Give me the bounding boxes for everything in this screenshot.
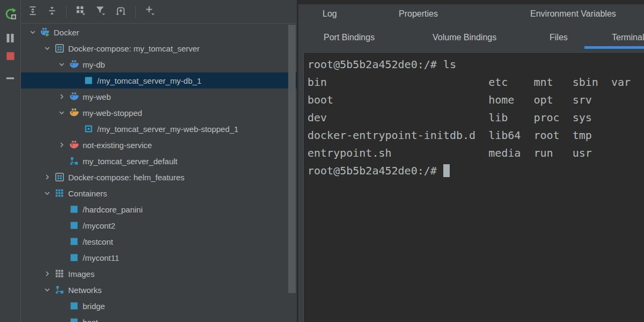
tree-item-label: not-existing-service	[83, 141, 152, 150]
grid-teal-icon	[55, 188, 64, 198]
tree-item-label: /hardcore_panini	[83, 205, 143, 214]
tree-item-label: /my_tomcat_server_my-web-stopped_1	[97, 125, 238, 134]
container-running-icon	[69, 221, 79, 230]
tree-item-label: host	[83, 318, 98, 322]
group-by-icon[interactable]	[75, 5, 86, 18]
tree-item-label: /mycont2	[83, 221, 115, 230]
container-running-icon	[84, 76, 93, 85]
tree-item[interactable]: Docker-compose: my_tomcat_server	[21, 40, 297, 56]
tree-item[interactable]: my-web-stopped	[21, 105, 297, 121]
tab-terminal[interactable]: Terminal	[612, 33, 644, 42]
chevron-down-icon[interactable]	[57, 108, 66, 117]
dashboard-top-edge	[298, 0, 644, 4]
docker-tool-window: DockerDocker-compose: my_tomcat_servermy…	[0, 0, 644, 322]
whale-blue-icon	[69, 92, 79, 101]
tree-item[interactable]: /hardcore_panini	[21, 201, 297, 217]
services-tree: DockerDocker-compose: my_tomcat_servermy…	[21, 24, 297, 322]
tree-item[interactable]: /my_tomcat_server_my-db_1	[21, 72, 297, 89]
tab-port-bindings[interactable]: Port Bindings	[324, 33, 375, 42]
tree-item[interactable]: Networks	[21, 282, 297, 298]
tree-item-label: Docker-compose: helm_features	[68, 173, 185, 182]
container-running-icon	[69, 253, 79, 262]
grid-gray-icon	[55, 269, 64, 279]
chevron-down-icon[interactable]	[43, 189, 52, 197]
terminal-pane[interactable]: root@5b5b2a452de0:/# ls bin etc mnt sbin…	[303, 52, 644, 322]
tab-files[interactable]: Files	[550, 33, 568, 42]
tree-item[interactable]: Docker	[21, 24, 297, 40]
tab-properties[interactable]: Properties	[399, 9, 438, 19]
chevron-right-icon[interactable]	[57, 92, 66, 101]
add-icon[interactable]	[144, 5, 156, 18]
tree-item[interactable]: Docker-compose: helm_features	[21, 169, 297, 185]
network-icon	[69, 156, 79, 166]
chevron-spacer	[57, 205, 66, 214]
tree-item-label: Docker	[54, 28, 79, 37]
tab-environment-variables[interactable]: Environment Variables	[530, 9, 616, 19]
stop-icon[interactable]	[0, 50, 20, 62]
tree-item-label: Networks	[68, 286, 102, 295]
tree-item[interactable]: /my_tomcat_server_my-web-stopped_1	[21, 121, 297, 137]
terminal-output: root@5b5b2a452de0:/# ls bin etc mnt sbin…	[308, 58, 631, 177]
tab-log[interactable]: Log	[323, 9, 337, 19]
new-scope-icon[interactable]	[115, 5, 127, 18]
tree-item-label: bridge	[83, 302, 105, 311]
docker-connected-icon	[40, 27, 50, 37]
toolbar-separator	[135, 6, 136, 18]
whale-amber-icon	[69, 108, 79, 118]
tab-volume-bindings[interactable]: Volume Bindings	[433, 33, 496, 42]
tree-item[interactable]: my_tomcat_server_default	[21, 153, 297, 169]
container-running-icon	[69, 237, 79, 246]
container-dashboard: Log Properties Environment Variables Por…	[298, 0, 644, 322]
chevron-spacer	[57, 318, 66, 322]
tree-item[interactable]: host	[21, 314, 297, 322]
tree-item[interactable]: my-web	[21, 89, 297, 105]
chevron-right-icon[interactable]	[43, 173, 52, 181]
chevron-right-icon[interactable]	[57, 141, 66, 149]
tree-item[interactable]: bridge	[21, 298, 297, 314]
tree-item-label: Docker-compose: my_tomcat_server	[68, 44, 200, 53]
chevron-spacer	[72, 125, 80, 133]
active-tab-underline	[584, 46, 644, 49]
expand-all-icon[interactable]	[27, 5, 38, 18]
chevron-down-icon[interactable]	[57, 60, 66, 69]
container-stopped-icon	[84, 124, 93, 134]
chevron-spacer	[57, 221, 66, 230]
tree-item-label: my_tomcat_server_default	[83, 157, 178, 166]
container-running-icon	[69, 317, 79, 322]
chevron-spacer	[57, 157, 66, 165]
tree-item-label: my-db	[83, 60, 105, 69]
tree-item[interactable]: my-db	[21, 56, 297, 72]
tree-item[interactable]: /testcont	[21, 233, 297, 250]
whale-blue-icon	[69, 60, 79, 69]
tree-item-label: /mycont11	[83, 253, 119, 262]
whale-red-icon	[69, 140, 79, 150]
compose-icon	[55, 172, 64, 182]
chevron-down-icon[interactable]	[28, 28, 37, 36]
chevron-down-icon[interactable]	[43, 286, 52, 294]
collapse-all-icon[interactable]	[47, 5, 57, 18]
redeploy-icon[interactable]	[0, 7, 20, 20]
disconnect-icon[interactable]	[0, 74, 20, 83]
tree-item-label: Containers	[68, 189, 107, 198]
compose-icon	[55, 43, 64, 53]
tree-item[interactable]: /mycont11	[21, 250, 297, 266]
tree-item[interactable]: /mycont2	[21, 217, 297, 233]
tree-scrollbar[interactable]	[288, 25, 296, 293]
tree-item-label: /my_tomcat_server_my-db_1	[97, 76, 201, 85]
tree-item[interactable]: Images	[21, 266, 297, 282]
run-controls-strip	[0, 0, 21, 322]
container-running-icon	[69, 204, 79, 214]
pause-icon[interactable]	[0, 32, 20, 44]
tree-item-label: Images	[68, 269, 94, 279]
tree-toolbar	[21, 0, 297, 24]
tree-item[interactable]: not-existing-service	[21, 137, 297, 153]
filter-icon[interactable]	[95, 5, 106, 18]
tree-item-label: my-web-stopped	[83, 108, 142, 118]
chevron-down-icon[interactable]	[43, 44, 52, 53]
terminal-cursor	[443, 164, 450, 177]
chevron-spacer	[57, 237, 66, 246]
tree-item[interactable]: Containers	[21, 185, 297, 201]
chevron-right-icon[interactable]	[43, 269, 52, 278]
toolbar-separator	[66, 6, 67, 18]
tree-item-label: /testcont	[83, 237, 113, 246]
